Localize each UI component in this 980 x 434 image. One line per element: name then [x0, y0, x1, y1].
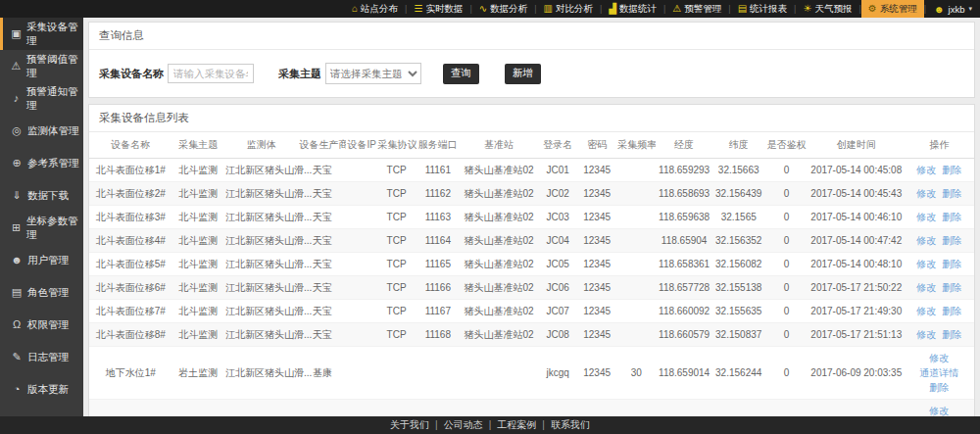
table-cell: 2017-05-14 00:48:10 [808, 253, 905, 276]
table-cell: TCP [377, 323, 416, 347]
delete-link[interactable]: 删除 [942, 327, 961, 342]
table-cell: 北斗监测 [172, 276, 224, 300]
delete-link[interactable]: 删除 [942, 304, 961, 318]
database-icon: ☰ [414, 4, 422, 14]
delete-link[interactable]: 删除 [929, 380, 949, 395]
sidebar-item-version-update[interactable]: ◔版本更新 [0, 373, 83, 406]
sidebar-item-alert-notification[interactable]: ♪预警通知管理 [0, 82, 83, 115]
table-cell: 11162 [416, 182, 460, 206]
column-header: 纬度 [712, 132, 764, 159]
channel-detail-link[interactable]: 通道详情 [919, 365, 958, 380]
compass-icon: ⊕ [11, 158, 23, 169]
table-cell [656, 400, 712, 417]
table-cell: TCP [377, 182, 416, 206]
table-cell: 0 [764, 276, 808, 300]
add-button[interactable]: 新增 [505, 64, 541, 84]
sidebar-item-device-management[interactable]: ▣采集设备管理 [0, 18, 83, 50]
sidebar-item-monitor-body[interactable]: ◎监测体管理 [0, 115, 83, 147]
nav-item-weather-forecast[interactable]: ☀天气预报 [796, 0, 858, 18]
sidebar-item-log-management[interactable]: ✎日志管理 [0, 341, 83, 373]
table-cell: 12345 [577, 347, 616, 400]
table-cell: 0 [764, 182, 808, 206]
log-icon: ✎ [11, 352, 23, 362]
modify-link[interactable]: 修改 [929, 404, 949, 416]
modify-link[interactable]: 修改 [916, 210, 936, 224]
table-cell: JC05 [538, 253, 577, 276]
table-cell: 30 [616, 347, 656, 400]
nav-item-compare-analysis[interactable]: ▥对比分析 [536, 0, 599, 18]
user-name: jxkb [949, 4, 965, 15]
table-cell: 12345 [577, 182, 616, 206]
sidebar-item-label: 角色管理 [27, 286, 69, 300]
table-cell: 0 [764, 229, 808, 253]
table-cell: 岩土监测 [172, 400, 224, 417]
footer-separator: | [489, 419, 492, 430]
modify-link[interactable]: 修改 [916, 304, 936, 318]
nav-item-report-statistics[interactable]: ▤统计报表 [731, 0, 794, 18]
footer-link-2[interactable]: 公司动态 [444, 419, 483, 430]
search-button[interactable]: 查询 [443, 64, 479, 84]
sidebar-item-reference-system[interactable]: ⊕参考系管理 [0, 147, 83, 179]
delete-link[interactable]: 删除 [942, 186, 961, 201]
column-header: 监测体 [224, 132, 299, 159]
delete-link[interactable]: 删除 [942, 280, 961, 295]
sidebar-item-permission-management[interactable]: Ω权限管理 [0, 309, 83, 341]
table-cell: 江北新区猪头山滑... [224, 253, 299, 276]
sidebar-item-coordinate-params[interactable]: ⊞坐标参数管理 [0, 212, 83, 244]
modify-link[interactable]: 修改 [916, 186, 936, 201]
table-cell [346, 347, 376, 400]
sidebar-item-role-management[interactable]: ▤角色管理 [0, 276, 83, 309]
table-cell [712, 400, 764, 417]
modify-link[interactable]: 修改 [916, 233, 936, 248]
nav-item-label: 数据分析 [490, 3, 527, 16]
nav-item-realtime-data[interactable]: ☰实时数据 [407, 0, 469, 18]
table-cell: 2017-05-17 21:51:13 [808, 323, 905, 347]
actions-cell: 修改删除 [905, 300, 974, 323]
modify-link[interactable]: 修改 [916, 327, 936, 342]
footer-link-1[interactable]: 关于我们 [390, 419, 429, 430]
sidebar-item-user-management[interactable]: ☻用户管理 [0, 244, 83, 276]
nav-item-label: 对比分析 [556, 3, 593, 16]
nav-item-alert-management[interactable]: ⚠预警管理 [665, 0, 728, 18]
table-cell: 北斗监测 [172, 206, 224, 229]
table-cell: 32.156352 [712, 229, 764, 253]
nav-item-data-analysis[interactable]: ∿数据分析 [472, 0, 534, 18]
modify-link[interactable]: 修改 [916, 257, 936, 271]
delete-link[interactable]: 删除 [942, 163, 961, 177]
table-cell [616, 159, 656, 182]
table-cell: TCP [377, 300, 416, 323]
table-cell: 12345 [577, 159, 616, 182]
table-cell: 北斗表面位移4# [89, 229, 172, 253]
table-cell: 北斗监测 [172, 159, 224, 182]
footer-link-4[interactable]: 联系我们 [551, 419, 590, 430]
delete-link[interactable]: 删除 [942, 257, 961, 271]
table-cell: 2017-05-17 21:50:22 [808, 276, 905, 300]
table-cell: 0 [764, 206, 808, 229]
chart-icon: ∿ [479, 4, 487, 14]
delete-link[interactable]: 删除 [942, 210, 961, 224]
nav-item-system-management[interactable]: ⚙系统管理 [861, 0, 924, 18]
table-cell: 地下水位2# [89, 400, 172, 417]
device-name-input[interactable] [168, 64, 254, 83]
table-cell: 北斗表面位移3# [89, 206, 172, 229]
sidebar-item-alert-threshold[interactable]: ⚠预警阈值管理 [0, 50, 83, 82]
table-cell: 12345 [577, 300, 616, 323]
table-cell [346, 159, 376, 182]
topic-select[interactable]: 请选择采集主题 [325, 63, 421, 84]
modify-link[interactable]: 修改 [929, 351, 949, 365]
modify-link[interactable]: 修改 [916, 163, 936, 177]
table-cell: 12345 [577, 323, 616, 347]
sidebar-item-data-download[interactable]: ⇓数据下载 [0, 179, 83, 212]
table-cell [346, 229, 376, 253]
table-cell [346, 253, 376, 276]
nav-item-data-statistics[interactable]: ▟数据统计 [602, 0, 663, 18]
table-cell [416, 347, 460, 400]
user-menu[interactable]: ☻ jxkb ▾ [926, 4, 972, 15]
footer-link-3[interactable]: 工程案例 [497, 419, 536, 430]
delete-link[interactable]: 删除 [942, 233, 961, 248]
nav-item-site-distribution[interactable]: ⌂站点分布 [345, 0, 405, 18]
modify-link[interactable]: 修改 [916, 280, 936, 295]
home-icon: ⌂ [352, 4, 358, 14]
column-header: 经度 [656, 132, 712, 159]
table-cell [616, 206, 656, 229]
